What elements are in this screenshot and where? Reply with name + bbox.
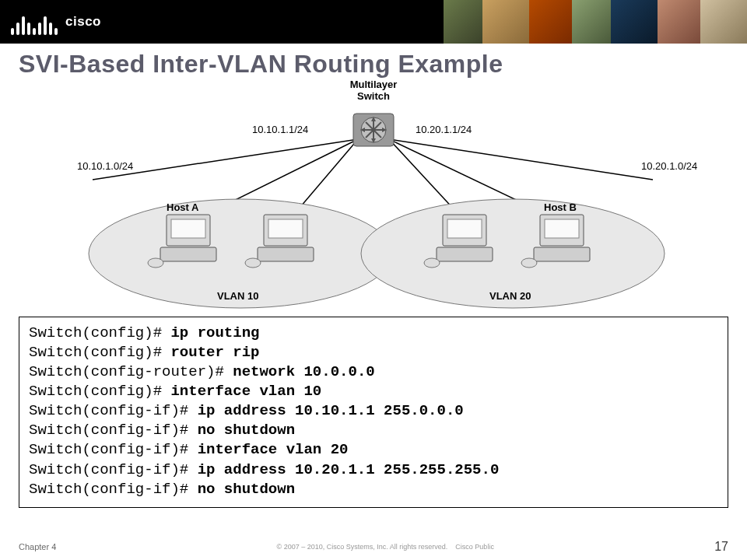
copyright-text: © 2007 – 2010, Cisco Systems, Inc. All r…: [277, 543, 494, 551]
page-number: 17: [714, 540, 728, 554]
diagram-svg: [19, 79, 728, 312]
slide: cisco SVI-Based Inter-VLAN Routing Examp…: [0, 0, 747, 560]
code-line: Switch(config)# ip routing: [29, 324, 718, 343]
code-line: Switch(config)# interface vlan 10: [29, 382, 718, 401]
svg-rect-20: [160, 247, 216, 261]
svg-rect-28: [437, 247, 493, 261]
config-code-box: Switch(config)# ip routingSwitch(config)…: [19, 317, 728, 508]
svg-point-25: [245, 258, 261, 268]
vlan10-label: VLAN 10: [217, 290, 258, 302]
network-diagram: Multilayer Switch 10.10.1.1/24 10.20.1.1…: [19, 79, 728, 312]
host-b-label: Host B: [544, 201, 577, 213]
svg-rect-27: [447, 219, 482, 238]
top-bar: cisco: [0, 0, 747, 44]
svg-rect-31: [545, 219, 579, 238]
cisco-logo: cisco: [0, 9, 101, 35]
svg-line-5: [389, 139, 653, 180]
photo-strip: [444, 0, 747, 44]
code-line: Switch(config-if)# ip address 10.20.1.1 …: [29, 460, 718, 480]
chapter-label: Chapter 4: [19, 542, 56, 551]
host-a-label: Host A: [167, 201, 198, 213]
code-line: Switch(config-if)# no shutdown: [29, 421, 718, 440]
switch-label: Multilayer Switch: [342, 79, 405, 102]
code-line: Switch(config-if)# interface vlan 20: [29, 440, 718, 460]
svg-point-29: [424, 258, 440, 268]
multilayer-switch-icon: [353, 114, 394, 146]
code-line: Switch(config-if)# no shutdown: [29, 480, 718, 499]
net-right: 10.20.1.0/24: [641, 160, 697, 172]
brand-text: cisco: [65, 14, 101, 30]
svg-point-33: [521, 258, 537, 268]
svg-rect-19: [171, 219, 205, 238]
slide-footer: Chapter 4 © 2007 – 2010, Cisco Systems, …: [0, 540, 747, 554]
svg-rect-32: [534, 247, 590, 261]
svg-point-21: [148, 258, 163, 268]
vlan20-label: VLAN 20: [489, 290, 531, 302]
ip-right-link: 10.20.1.1/24: [416, 124, 472, 135]
svg-rect-23: [268, 219, 303, 238]
code-line: Switch(config-router)# network 10.0.0.0: [29, 362, 718, 382]
net-left: 10.10.1.0/24: [77, 160, 133, 172]
cisco-bars-icon: [11, 9, 58, 35]
code-line: Switch(config-if)# ip address 10.10.1.1 …: [29, 401, 718, 421]
code-line: Switch(config)# router rip: [29, 343, 718, 362]
slide-title: SVI-Based Inter-VLAN Routing Example: [0, 44, 747, 79]
svg-rect-24: [258, 247, 314, 261]
ip-left-link: 10.10.1.1/24: [252, 124, 308, 135]
